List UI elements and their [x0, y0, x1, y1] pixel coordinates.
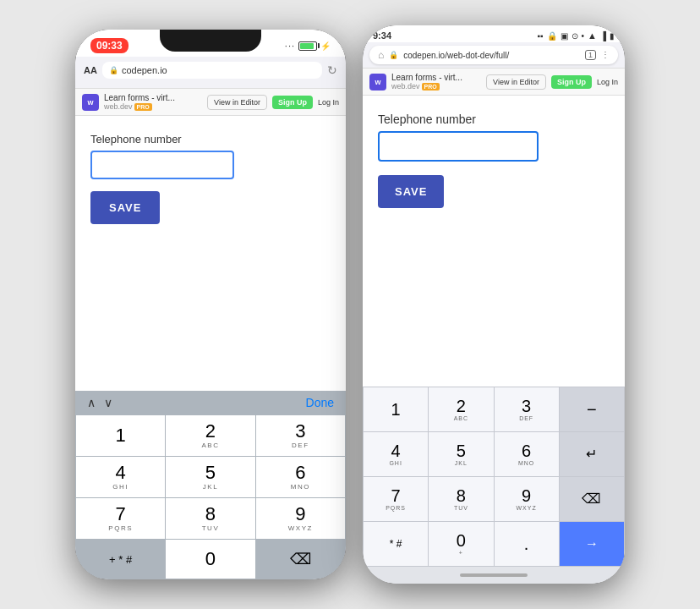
android-screen-icon: ▣ [561, 31, 568, 41]
ios-url-text: codepen.io [122, 65, 167, 75]
ios-aa[interactable]: AA [84, 65, 97, 75]
android-tab-icon[interactable]: 1 [585, 50, 596, 60]
ios-save-btn[interactable]: SAVE [90, 191, 160, 224]
ios-screen: 09:33 ··· ⚡ AA 🔒 codepen.io ↻ [75, 30, 346, 579]
android-key-go[interactable]: → [560, 522, 624, 566]
ios-arrow-up[interactable]: ∧ [87, 396, 96, 409]
android-url-actions: 1 ⋮ [585, 50, 610, 60]
ios-phone: 09:33 ··· ⚡ AA 🔒 codepen.io ↻ [75, 30, 346, 579]
android-home-icon[interactable]: ⌂ [378, 49, 384, 61]
ios-toolbar: w Learn forms - virt... web.dev PRO View… [75, 88, 346, 116]
android-key-4[interactable]: 4GHI [364, 432, 428, 476]
android-phone: 9:34 ▪▪ 🔒 ▣ ⊙ • ▲ ▐ ▮ ⌂ 🔒 codepen.io/we [363, 25, 625, 584]
ios-key-7[interactable]: 7PQRS [76, 498, 165, 539]
android-view-editor-btn[interactable]: View in Editor [486, 74, 546, 90]
ios-field-label: Telephone number [90, 133, 331, 145]
ios-domain-row: web.dev PRO [104, 102, 175, 111]
android-menu-icon[interactable]: ⋮ [601, 50, 610, 60]
ios-key-4[interactable]: 4GHI [76, 457, 165, 497]
android-status-icons: ▪▪ 🔒 ▣ ⊙ • ▲ ▐ ▮ [537, 30, 615, 41]
android-page-content: Telephone number SAVE [363, 96, 625, 387]
android-sim-icon: ▪▪ [537, 31, 543, 41]
ios-toolbar-title: Learn forms - virt... [104, 93, 175, 102]
ios-key-2[interactable]: 2ABC [166, 415, 254, 456]
android-settings-icon: ⊙ [571, 31, 578, 41]
android-url-row[interactable]: ⌂ 🔒 codepen.io/web-dot-dev/full/ 1 ⋮ [369, 46, 618, 64]
ios-pro-badge: PRO [134, 103, 152, 111]
android-key-3[interactable]: 3DEF [495, 387, 559, 431]
android-key-5[interactable]: 5JKL [429, 432, 493, 476]
android-url-text: codepen.io/web-dot-dev/full/ [403, 51, 580, 60]
android-signup-btn[interactable]: Sign Up [551, 75, 592, 89]
android-screen: 9:34 ▪▪ 🔒 ▣ ⊙ • ▲ ▐ ▮ ⌂ 🔒 codepen.io/we [363, 25, 625, 584]
android-save-btn[interactable]: SAVE [378, 175, 444, 208]
ios-key-0[interactable]: 0 [166, 540, 254, 579]
ios-toolbar-domain: web.dev [104, 102, 133, 111]
ios-browser-bar: AA 🔒 codepen.io ↻ [75, 57, 346, 88]
android-field-label: Telephone number [378, 112, 610, 126]
android-keyboard-bottom [363, 567, 625, 584]
ios-dots: ··· [285, 41, 295, 51]
ios-keyboard: ∧ ∨ Done 1 2ABC 3DEF 4GHI 5JKL 6MNO 7PQR… [75, 391, 346, 579]
ios-key-9[interactable]: 9WXYZ [256, 498, 345, 539]
android-tel-input[interactable] [378, 131, 539, 162]
android-domain-row: web.dev PRO [391, 82, 462, 91]
ios-view-editor-btn[interactable]: View in Editor [207, 95, 267, 110]
android-key-enter[interactable]: ↵ [560, 432, 624, 476]
android-browser-bar: ⌂ 🔒 codepen.io/web-dot-dev/full/ 1 ⋮ [363, 42, 625, 68]
ios-charging: ⚡ [320, 41, 331, 51]
android-key-7[interactable]: 7PQRS [364, 477, 428, 521]
ios-key-8[interactable]: 8TUV [166, 498, 254, 539]
android-key-symbols[interactable]: * # [364, 522, 428, 566]
ios-keyboard-arrows: ∧ ∨ [87, 396, 112, 409]
android-wifi-icon: ▲ [588, 30, 597, 41]
ios-time: 09:33 [90, 38, 129, 53]
android-key-period[interactable]: . [495, 522, 559, 566]
ios-keyboard-toolbar: ∧ ∨ Done [75, 391, 346, 414]
ios-toolbar-logo: w [82, 94, 99, 111]
android-login-btn[interactable]: Log In [597, 78, 618, 86]
android-status-bar: 9:34 ▪▪ 🔒 ▣ ⊙ • ▲ ▐ ▮ [363, 25, 625, 42]
ios-login-btn[interactable]: Log In [318, 98, 339, 107]
ios-refresh[interactable]: ↻ [327, 63, 337, 77]
android-key-delete[interactable]: ⌫ [560, 477, 624, 521]
ios-keyboard-done[interactable]: Done [306, 396, 334, 409]
ios-key-1[interactable]: 1 [76, 415, 165, 456]
android-toolbar: w Learn forms - virt... web.dev PRO View… [363, 68, 625, 96]
android-toolbar-logo: w [369, 74, 386, 91]
android-key-grid: 1 2ABC 3DEF − 4GHI 5JKL 6MNO ↵ 7PQRS 8TU… [363, 387, 625, 567]
android-key-0[interactable]: 0+ [429, 522, 493, 566]
ios-key-symbols[interactable]: + * # [76, 540, 165, 579]
ios-battery [298, 41, 317, 51]
android-lock-icon: 🔒 [547, 31, 557, 41]
android-site-info: Learn forms - virt... web.dev PRO [391, 73, 462, 91]
android-key-6[interactable]: 6MNO [495, 432, 559, 476]
ios-status-bar: 09:33 ··· ⚡ [75, 30, 346, 57]
android-battery-icon: ▮ [610, 31, 615, 41]
android-key-2[interactable]: 2ABC [429, 387, 493, 431]
android-key-8[interactable]: 8TUV [429, 477, 493, 521]
phones-container: 09:33 ··· ⚡ AA 🔒 codepen.io ↻ [0, 0, 700, 609]
ios-page-content: Telephone number SAVE [75, 116, 346, 391]
ios-keyboard-grid: 1 2ABC 3DEF 4GHI 5JKL 6MNO 7PQRS 8TUV 9W… [75, 414, 346, 579]
android-bottom-bar [460, 573, 528, 577]
ios-url-bar[interactable]: 🔒 codepen.io [102, 62, 322, 79]
android-key-9[interactable]: 9WXYZ [495, 477, 559, 521]
ios-key-3[interactable]: 3DEF [256, 415, 345, 456]
ios-notch [160, 30, 261, 52]
android-key-minus[interactable]: − [560, 387, 624, 431]
android-pro-badge: PRO [422, 83, 440, 91]
ios-tel-input[interactable] [90, 151, 234, 179]
ios-arrow-down[interactable]: ∨ [104, 396, 112, 409]
android-more-icon: • [582, 31, 585, 41]
ios-key-5[interactable]: 5JKL [166, 457, 254, 497]
ios-signup-btn[interactable]: Sign Up [272, 96, 313, 109]
ios-site-info: Learn forms - virt... web.dev PRO [104, 93, 175, 111]
android-keyboard: 1 2ABC 3DEF − 4GHI 5JKL 6MNO ↵ 7PQRS 8TU… [363, 387, 625, 584]
android-toolbar-title: Learn forms - virt... [391, 73, 462, 82]
android-signal-icon: ▐ [600, 31, 606, 41]
android-toolbar-domain: web.dev [391, 82, 420, 91]
ios-key-delete[interactable]: ⌫ [256, 540, 345, 579]
android-key-1[interactable]: 1 [364, 387, 428, 431]
ios-key-6[interactable]: 6MNO [256, 457, 345, 497]
